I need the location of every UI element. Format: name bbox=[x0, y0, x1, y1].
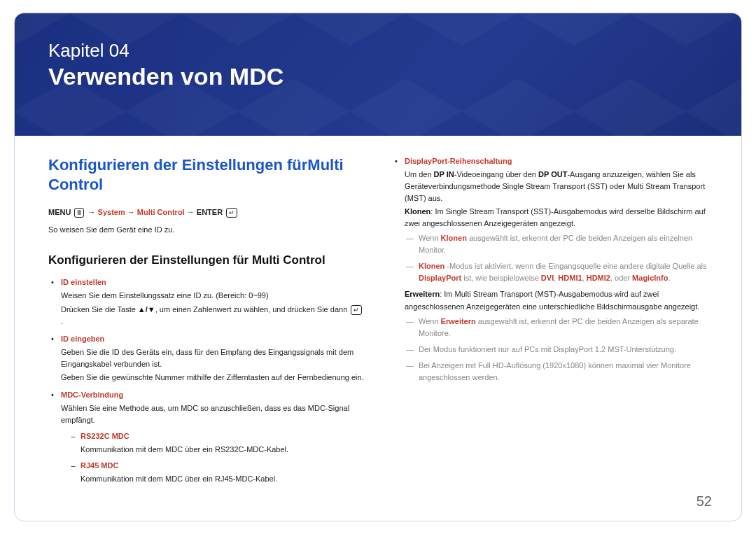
desc: Kommunikation mit dem MDC über ein RS232… bbox=[80, 444, 364, 456]
klonen-notes: Wenn Klonen ausgewählt ist, erkennt der … bbox=[405, 232, 708, 284]
left-list: ID einstellen Weisen Sie dem Einstellung… bbox=[48, 276, 364, 485]
term: DisplayPort-Reihenschaltung bbox=[405, 157, 512, 165]
sub-rs232c: RS232C MDC Kommunikation mit dem MDC übe… bbox=[71, 430, 364, 456]
desc: Weisen Sie dem Einstellungssatz eine ID … bbox=[61, 290, 364, 302]
page-number: 52 bbox=[696, 493, 712, 510]
item-id-eingeben: ID eingeben Geben Sie die ID des Geräts … bbox=[51, 333, 364, 384]
page-frame: Kapitel 04 Verwenden von MDC Konfigurier… bbox=[14, 13, 742, 521]
erweitern-notes: Wenn Erweitern ausgewählt ist, erkennt d… bbox=[405, 316, 708, 384]
intro-text: So weisen Sie dem Gerät eine ID zu. bbox=[48, 224, 364, 236]
updown-icon: ▲/▼ bbox=[138, 305, 155, 314]
item-id-einstellen: ID einstellen Weisen Sie dem Einstellung… bbox=[51, 276, 364, 327]
path-multi: Multi Control bbox=[137, 208, 185, 216]
chapter-title: Verwenden von MDC bbox=[48, 63, 708, 90]
enter-icon-inline: ↵ bbox=[351, 305, 362, 315]
desc2: Drücken Sie die Taste ▲/▼, um einen Zahl… bbox=[61, 304, 364, 328]
right-list: DisplayPort-Reihenschaltung Um den DP IN… bbox=[392, 155, 708, 384]
dp-desc: Um den DP IN-Videoeingang über den DP OU… bbox=[405, 169, 708, 204]
path-system: System bbox=[98, 208, 125, 216]
menu-path: MENU Ⅲ → System → Multi Control → ENTER … bbox=[48, 206, 364, 218]
item-displayport: DisplayPort-Reihenschaltung Um den DP IN… bbox=[395, 155, 708, 384]
note-erweitern-1: Wenn Erweitern ausgewählt ist, erkennt d… bbox=[406, 316, 708, 339]
term: MDC-Verbindung bbox=[61, 391, 123, 399]
sub-rj45: RJ45 MDC Kommunikation mit dem MDC über … bbox=[71, 460, 364, 485]
term: RS232C MDC bbox=[80, 432, 130, 440]
item-mdc: MDC-Verbindung Wählen Sie eine Methode a… bbox=[51, 389, 364, 485]
note-klonen-2: Klonen -Modus ist aktiviert, wenn die Ei… bbox=[406, 260, 708, 284]
desc: Kommunikation mit dem MDC über ein RJ45-… bbox=[80, 473, 364, 485]
note-erweitern-3: Bei Anzeigen mit Full HD-Auflösung (1920… bbox=[406, 360, 708, 384]
term: RJ45 MDC bbox=[80, 461, 118, 470]
klonen-block: Klonen: Im Single Stream Transport (SST)… bbox=[405, 206, 708, 230]
chapter-label: Kapitel 04 bbox=[48, 40, 708, 62]
enter-icon: ↵ bbox=[226, 208, 237, 218]
left-column: Konfigurieren der Einstellungen fürMulti… bbox=[48, 155, 364, 491]
note-erweitern-2: Der Modus funktioniert nur auf PCs mit D… bbox=[406, 344, 708, 356]
enter-label: ENTER bbox=[197, 208, 223, 216]
mdc-sublist: RS232C MDC Kommunikation mit dem MDC übe… bbox=[61, 430, 364, 485]
note-klonen-1: Wenn Klonen ausgewählt ist, erkennt der … bbox=[406, 232, 708, 256]
menu-label: MENU bbox=[48, 208, 71, 216]
desc: Wählen Sie eine Methode aus, um MDC so a… bbox=[61, 402, 364, 426]
desc: Geben Sie die ID des Geräts ein, dass fü… bbox=[61, 346, 364, 370]
right-column: DisplayPort-Reihenschaltung Um den DP IN… bbox=[392, 155, 708, 491]
term: ID einstellen bbox=[61, 278, 106, 286]
section-heading: Konfigurieren der Einstellungen fürMulti… bbox=[48, 155, 364, 194]
erweitern-block: Erweitern: Im Multi Stream Transport (MS… bbox=[405, 288, 708, 312]
content-area: Konfigurieren der Einstellungen fürMulti… bbox=[15, 136, 741, 491]
chapter-banner: Kapitel 04 Verwenden von MDC bbox=[15, 13, 741, 136]
sub-heading: Konfigurieren der Einstellungen für Mult… bbox=[48, 251, 364, 269]
desc2: Geben Sie die gewünschte Nummer mithilfe… bbox=[61, 372, 364, 384]
menu-icon: Ⅲ bbox=[74, 208, 84, 218]
term: ID eingeben bbox=[61, 335, 104, 343]
